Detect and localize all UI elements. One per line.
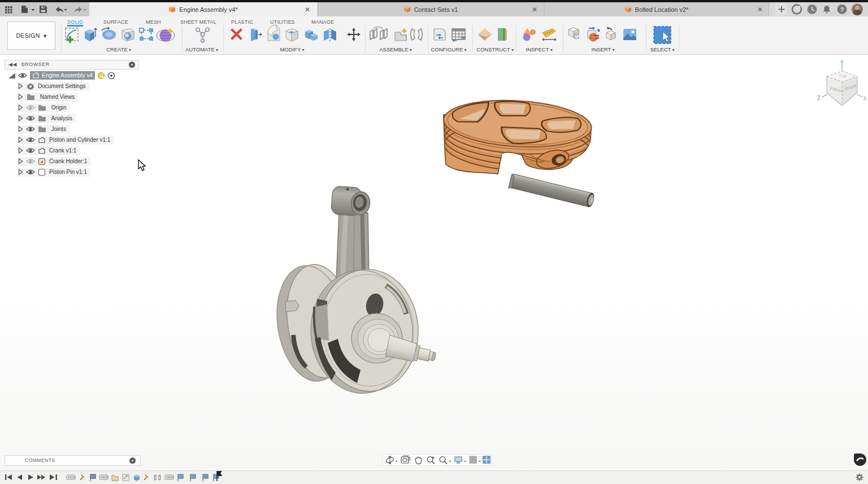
svg-text:DDD: DDD [68,476,76,479]
svg-text:Z: Z [817,95,821,101]
svg-text:X: X [863,95,867,102]
svg-text:DDD: DDD [166,476,174,479]
svg-text:STB: STB [593,36,600,39]
svg-text:TOP: TOP [839,74,847,79]
svg-text:?: ? [840,6,844,13]
svg-text:DDD: DDD [101,476,108,479]
